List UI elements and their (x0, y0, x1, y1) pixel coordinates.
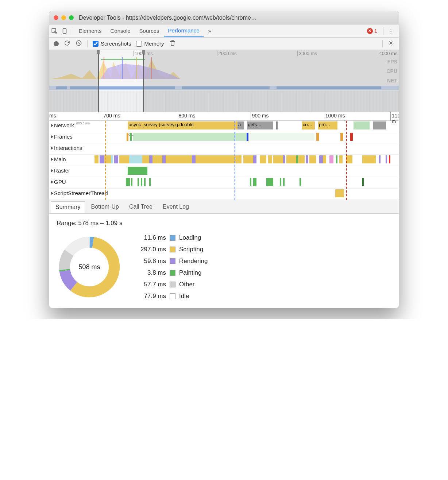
reload-icon[interactable] (64, 40, 70, 47)
flame-segment[interactable] (142, 155, 149, 163)
overview-timeline[interactable]: 1000 ms2000 ms3000 ms4000 ms FPS CPU NET (49, 50, 399, 112)
flame-segment[interactable] (138, 178, 139, 186)
flame-segment[interactable] (111, 155, 113, 163)
flame-segment[interactable] (131, 178, 133, 186)
flame-chart-area[interactable]: ms700 ms800 ms900 ms1000 ms1100 m Networ… (49, 112, 399, 200)
track-toggle-gpu[interactable]: GPU (49, 177, 68, 186)
flame-segment[interactable]: pro… (318, 121, 337, 129)
flame-segment[interactable] (362, 155, 375, 163)
flame-segment[interactable]: a (237, 121, 244, 129)
flame-segment[interactable] (243, 155, 253, 163)
flame-segment[interactable] (253, 155, 256, 163)
flame-segment[interactable] (130, 133, 132, 141)
flame-segment[interactable] (286, 155, 296, 163)
minimize-icon[interactable] (61, 15, 66, 20)
flame-segment[interactable] (266, 178, 273, 186)
memory-checkbox[interactable]: Memory (136, 40, 164, 47)
track-toggle-network[interactable]: Network (49, 121, 76, 130)
tabs-overflow[interactable]: » (204, 24, 215, 37)
flame-segment[interactable] (276, 121, 278, 129)
zoom-icon[interactable] (69, 15, 74, 20)
flame-segment[interactable] (362, 178, 364, 186)
flame-segment[interactable] (192, 155, 195, 163)
flame-segment[interactable] (389, 155, 390, 163)
flame-segment[interactable] (253, 178, 256, 186)
flame-segment[interactable]: gets… (247, 121, 273, 129)
screenshots-checkbox[interactable]: Screenshots (93, 40, 131, 47)
inspect-icon[interactable] (49, 28, 59, 34)
error-badge[interactable]: ✕1 (367, 28, 377, 34)
record-button[interactable] (54, 41, 59, 46)
flame-segment[interactable] (152, 155, 162, 163)
flame-segment[interactable] (329, 155, 333, 163)
flame-segment[interactable] (373, 121, 386, 129)
flame-segment[interactable] (250, 133, 314, 141)
flame-segment[interactable] (250, 178, 251, 186)
overview-handle-left[interactable] (97, 50, 100, 54)
flame-segment[interactable] (379, 155, 381, 163)
flame-segment[interactable] (260, 155, 266, 163)
track-toggle-frames[interactable]: Frames (49, 132, 75, 141)
btab-event-log[interactable]: Event Log (158, 201, 193, 212)
flame-segment[interactable] (323, 155, 326, 163)
flame-segment[interactable]: co… (302, 121, 315, 129)
flame-segment[interactable] (319, 155, 323, 163)
flame-segment[interactable] (268, 155, 272, 163)
flame-segment[interactable] (306, 155, 308, 163)
flame-segment[interactable] (149, 178, 151, 186)
track-toggle-scriptstream[interactable]: ScriptStreamerThread (49, 189, 110, 198)
flame-segment[interactable] (129, 155, 142, 163)
flame-segment[interactable] (247, 133, 248, 141)
flame-segment[interactable] (273, 155, 283, 163)
btab-bottom-up[interactable]: Bottom-Up (86, 201, 123, 212)
track-toggle-interactions[interactable]: Interactions (49, 143, 85, 152)
clear-icon[interactable] (76, 40, 82, 47)
flame-segment[interactable] (340, 133, 343, 141)
flame-segment[interactable] (298, 155, 305, 163)
flame-segment[interactable] (300, 178, 301, 186)
flame-segment[interactable] (316, 133, 319, 141)
flame-segment[interactable] (119, 155, 129, 163)
flame-segment[interactable]: async_survey (survey.g.double (128, 121, 237, 129)
tab-sources[interactable]: Sources (135, 24, 164, 37)
btab-summary[interactable]: Summary (51, 201, 85, 213)
settings-gear-icon[interactable] (388, 40, 394, 47)
kebab-menu-icon[interactable]: ⋮ (386, 28, 396, 34)
flame-segment[interactable] (141, 178, 143, 186)
flame-segment[interactable] (283, 155, 285, 163)
flame-segment[interactable] (127, 133, 128, 141)
flame-segment[interactable] (339, 155, 343, 163)
device-toggle-icon[interactable] (59, 28, 70, 34)
legend-swatch (170, 282, 175, 287)
tab-elements[interactable]: Elements (74, 24, 106, 37)
flame-segment[interactable] (350, 133, 353, 141)
flame-segment[interactable] (162, 155, 166, 163)
overview-handle-right[interactable] (142, 50, 145, 54)
flame-segment[interactable] (336, 155, 338, 163)
flame-segment[interactable] (335, 189, 344, 197)
close-icon[interactable] (54, 15, 58, 20)
panel-tabs: Elements Console Sources Performance » ✕… (49, 24, 399, 38)
trash-icon[interactable] (169, 40, 176, 47)
tab-performance[interactable]: Performance (164, 24, 204, 37)
flame-segment[interactable] (283, 178, 285, 186)
overview-selection[interactable] (98, 50, 144, 112)
flame-segment[interactable] (100, 155, 105, 163)
flame-segment[interactable] (114, 155, 118, 163)
track-toggle-main[interactable]: Main (49, 155, 68, 164)
flame-segment[interactable] (166, 155, 192, 163)
flame-segment[interactable] (128, 167, 147, 175)
tab-console[interactable]: Console (106, 24, 135, 37)
flame-segment[interactable] (126, 178, 130, 186)
track-toggle-raster[interactable]: Raster (49, 166, 72, 175)
flame-segment[interactable] (386, 155, 387, 163)
flame-segment[interactable] (94, 155, 99, 163)
flame-segment[interactable] (144, 178, 146, 186)
perf-toolbar: Screenshots Memory (49, 38, 399, 50)
flame-segment[interactable] (133, 133, 247, 141)
flame-segment[interactable] (149, 155, 152, 163)
btab-call-tree[interactable]: Call Tree (125, 201, 157, 212)
flame-segment[interactable] (280, 178, 281, 186)
flame-segment[interactable] (354, 121, 370, 129)
flame-segment[interactable] (309, 155, 316, 163)
